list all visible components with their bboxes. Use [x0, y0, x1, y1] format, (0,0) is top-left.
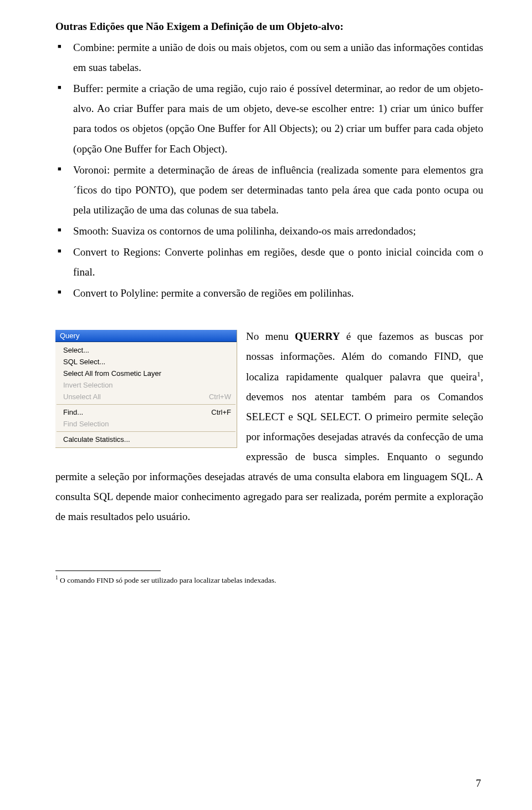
menu-item-shortcut: Ctrl+F [211, 409, 231, 416]
menu-item: Unselect AllCtrl+W [55, 391, 237, 403]
bullet-list: Combine: permite a união de dois ou mais… [55, 38, 483, 303]
text: No menu [246, 330, 295, 342]
menu-item-label: Find... [63, 409, 83, 416]
menu-title: Query [55, 330, 237, 342]
menu-item-shortcut: Ctrl+W [209, 393, 231, 400]
text-bold: QUERRY [295, 330, 340, 342]
list-item: Buffer: permite a criação de uma região,… [73, 79, 483, 159]
menu-item-label: Select All from Cosmetic Layer [63, 370, 161, 377]
menu-item-label: SQL Select... [63, 358, 105, 365]
menu-item[interactable]: SQL Select... [55, 356, 237, 368]
menu-body: Select...SQL Select...Select All from Co… [55, 342, 237, 447]
footnote: 1 O comando FIND só pode ser utilizado p… [55, 574, 483, 585]
footnote-separator [55, 570, 161, 571]
menu-item[interactable]: Select All from Cosmetic Layer [55, 368, 237, 379]
list-item: Convert to Polyline: permite a conversão… [73, 283, 483, 303]
menu-item-label: Invert Selection [63, 381, 113, 389]
menu-item-label: Unselect All [63, 393, 101, 400]
menu-item[interactable]: Select... [55, 344, 237, 356]
list-item: Combine: permite a união de dois ou mais… [73, 38, 483, 78]
menu-item-label: Find Selection [63, 420, 109, 427]
section-heading: Outras Edições que Não Exigem a Definiçã… [55, 17, 483, 37]
query-menu: Query Select...SQL Select...Select All f… [55, 330, 237, 448]
menu-item[interactable]: Find...Ctrl+F [55, 406, 237, 418]
menu-separator [57, 431, 236, 432]
footnote-text: O comando FIND só pode ser utilizado par… [58, 575, 277, 584]
menu-separator [57, 404, 236, 405]
menu-item[interactable]: Calculate Statistics... [55, 434, 237, 445]
menu-item: Invert Selection [55, 379, 237, 391]
list-item: Voronoi: permite a determinação de áreas… [73, 160, 483, 220]
menu-item-label: Calculate Statistics... [63, 436, 130, 443]
menu-item: Find Selection [55, 418, 237, 430]
list-item: Convert to Regions: Converte polinhas em… [73, 242, 483, 282]
list-item: Smooth: Suaviza os contornos de uma poli… [73, 221, 483, 241]
page-number: 7 [476, 773, 482, 793]
menu-item-label: Select... [63, 347, 89, 354]
